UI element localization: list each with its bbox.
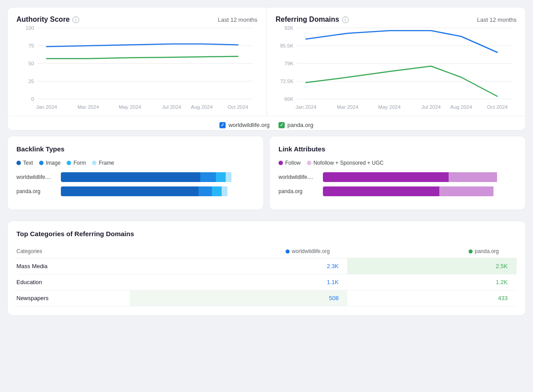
legend-worldwildlife-checkbox[interactable]: ✓ (219, 122, 226, 128)
val-newspapers-wwf: 508 (130, 290, 348, 306)
svg-text:Jan 2024: Jan 2024 (295, 104, 316, 110)
middle-row: Backlink Types Text Image Form Frame wor… (7, 136, 526, 215)
bar-track-panda (61, 186, 255, 196)
top-categories-card: Top Categories of Referring Domains Cate… (7, 221, 526, 316)
categories-table: Categories worldwildlife.org panda.org (16, 245, 517, 306)
bar-label-panda: panda.org (16, 188, 56, 194)
svg-text:May 2024: May 2024 (119, 104, 141, 110)
svg-text:72.5K: 72.5K (280, 79, 293, 84)
col-header-panda: panda.org (347, 245, 517, 258)
authority-score-info-icon[interactable]: i (72, 16, 79, 23)
svg-text:Mar 2024: Mar 2024 (77, 104, 99, 110)
authority-score-time: Last 12 months (218, 16, 258, 23)
top-charts-card: Authority Score i Last 12 months 100 75 … (7, 7, 526, 131)
link-seg-nofollow-panda (439, 186, 493, 196)
checkmark-panda-icon: ✓ (280, 123, 283, 127)
site-dot-green (469, 249, 473, 253)
svg-text:75: 75 (28, 43, 34, 48)
legend-worldwildlife[interactable]: ✓ worldwildlife.org (219, 122, 269, 128)
legend-panda-label: panda.org (287, 122, 314, 128)
category-mass-media: Mass Media (16, 258, 130, 274)
dot-image (39, 161, 44, 165)
svg-text:79K: 79K (284, 61, 294, 66)
svg-text:Oct 2024: Oct 2024 (227, 104, 248, 110)
bar-seg-text-wwf (61, 172, 200, 182)
link-seg-follow-wwf (323, 172, 449, 182)
svg-text:85.5K: 85.5K (280, 43, 293, 48)
svg-text:Jul 2024: Jul 2024 (421, 104, 440, 110)
svg-text:Oct 2024: Oct 2024 (487, 104, 508, 110)
referring-domains-header: Referring Domains i Last 12 months (276, 16, 517, 24)
referring-domains-info-icon[interactable]: i (342, 16, 349, 23)
backlink-row-panda: panda.org (16, 186, 255, 196)
backlink-row-worldwildlife: worldwildlife.... (16, 172, 255, 182)
val-education-wwf: 1.1K (130, 274, 348, 290)
col-header-categories: Categories (16, 245, 130, 258)
link-attr-track-worldwildlife (323, 172, 517, 182)
link-attributes-title: Link Attributes (278, 145, 517, 153)
bar-label-worldwildlife: worldwildlife.... (16, 174, 56, 180)
link-attributes-card: Link Attributes Follow Nofollow + Sponso… (269, 136, 526, 210)
val-newspapers-panda: 433 (347, 290, 517, 306)
svg-text:Jul 2024: Jul 2024 (162, 104, 181, 110)
referring-domains-panel: Referring Domains i Last 12 months 92K 8… (266, 8, 526, 116)
dot-nofollow (307, 161, 311, 165)
dot-follow (278, 161, 283, 165)
dot-form (67, 161, 71, 165)
checkmark-icon: ✓ (221, 123, 224, 127)
bar-seg-image-wwf (200, 172, 216, 182)
referring-domains-chart: 92K 85.5K 79K 72.5K 66K Jan 2024 Mar 202… (276, 24, 517, 112)
legend-text: Text (16, 160, 33, 166)
svg-text:100: 100 (26, 25, 34, 31)
authority-score-svg: 100 75 50 25 0 Jan 2024 Mar 2024 May 202… (16, 24, 258, 112)
legend-panda[interactable]: ✓ panda.org (278, 122, 314, 128)
authority-score-header: Authority Score i Last 12 months (16, 16, 258, 24)
svg-text:Mar 2024: Mar 2024 (337, 104, 358, 110)
label-image: Image (46, 160, 60, 166)
legend-frame: Frame (92, 160, 114, 166)
val-education-panda: 1.2K (347, 274, 517, 290)
label-follow: Follow (285, 160, 301, 166)
referring-domains-svg: 92K 85.5K 79K 72.5K 66K Jan 2024 Mar 202… (276, 24, 517, 112)
col-header-wwf-label: worldwildlife.org (292, 248, 330, 254)
svg-text:66K: 66K (284, 96, 294, 102)
backlink-types-card: Backlink Types Text Image Form Frame wor… (7, 136, 264, 210)
bar-seg-form-panda (212, 186, 222, 196)
val-mass-media-wwf: 2.3K (130, 258, 348, 274)
col-header-panda-label: panda.org (475, 248, 499, 254)
category-education: Education (16, 274, 130, 290)
backlink-types-legend: Text Image Form Frame (16, 160, 255, 166)
svg-text:25: 25 (28, 79, 34, 84)
link-attr-label-panda: panda.org (278, 188, 318, 194)
label-frame: Frame (99, 160, 114, 166)
dot-text (16, 161, 21, 165)
dot-frame (92, 161, 96, 165)
bar-seg-frame-wwf (226, 172, 231, 182)
table-row-mass-media: Mass Media 2.3K 2.5K (16, 258, 517, 274)
label-form: Form (73, 160, 86, 166)
svg-text:Aug 2024: Aug 2024 (450, 104, 472, 110)
authority-score-title: Authority Score (16, 16, 70, 24)
link-seg-nofollow-wwf (449, 172, 497, 182)
link-seg-follow-panda (323, 186, 439, 196)
chart-legend: ✓ worldwildlife.org ✓ panda.org (8, 116, 525, 130)
backlink-types-title: Backlink Types (16, 145, 255, 153)
table-row-newspapers: Newspapers 508 433 (16, 290, 517, 306)
bar-seg-form-wwf (216, 172, 226, 182)
legend-panda-checkbox[interactable]: ✓ (278, 122, 285, 128)
svg-text:Aug 2024: Aug 2024 (191, 104, 213, 110)
svg-text:0: 0 (31, 96, 34, 102)
authority-score-chart: 100 75 50 25 0 Jan 2024 Mar 2024 May 202… (16, 24, 258, 112)
site-dot-blue (286, 249, 290, 253)
link-attr-row-panda: panda.org (278, 186, 517, 196)
referring-domains-title: Referring Domains (276, 16, 339, 24)
category-newspapers: Newspapers (16, 290, 130, 306)
top-categories-title: Top Categories of Referring Domains (16, 230, 517, 238)
legend-follow: Follow (278, 160, 301, 166)
legend-nofollow: Nofollow + Sponsored + UGC (307, 160, 384, 166)
col-header-worldwildlife: worldwildlife.org (130, 245, 348, 258)
label-text: Text (23, 160, 33, 166)
svg-text:May 2024: May 2024 (378, 104, 400, 110)
link-attr-row-worldwildlife: worldwildlife.... (278, 172, 517, 182)
referring-domains-time: Last 12 months (477, 16, 517, 23)
